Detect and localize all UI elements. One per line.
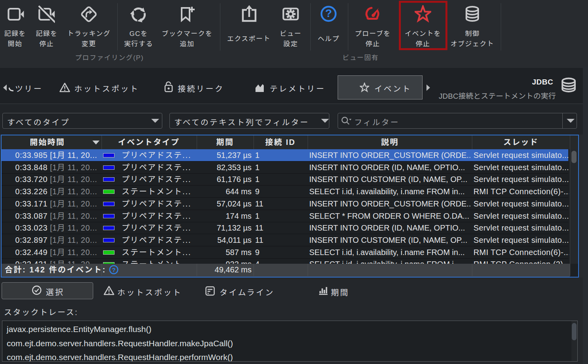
svg-text:?: ?: [112, 266, 115, 273]
svg-text:?: ?: [325, 7, 332, 19]
